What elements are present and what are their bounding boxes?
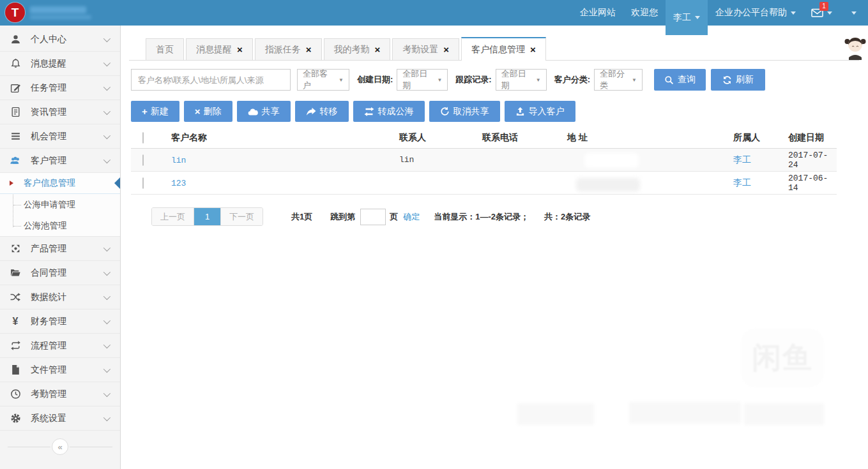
chevron-down-icon (791, 11, 796, 15)
tab-customer-info[interactable]: 客户信息管理 × (461, 37, 546, 61)
page-1-button[interactable]: 1 (194, 208, 221, 225)
topmenu-help[interactable]: 企业办公平台帮助 (708, 0, 803, 26)
undo-icon (440, 107, 450, 116)
page-jump-input[interactable] (360, 209, 386, 225)
topmenu-more[interactable] (840, 0, 864, 26)
sidebar-subitem-sea-pool[interactable]: 公海池管理 (0, 215, 120, 236)
customer-table: 客户名称 联系人 联系电话 地 址 所属人 创建日期 lin lin 李工 20… (131, 128, 837, 195)
new-button[interactable]: + 新建 (131, 101, 179, 122)
col-header-phone: 联系电话 (473, 132, 556, 144)
faded-artifact (517, 403, 594, 425)
action-button-row: + 新建 × 删除 共享 转移 转成公海 取消共享 导入客户 (131, 101, 580, 122)
bell-icon (9, 58, 22, 69)
created-cell: 2017-07-24 (780, 151, 837, 170)
logo-letter: T (11, 6, 19, 20)
avatar[interactable] (843, 31, 867, 60)
mail-badge: 1 (819, 2, 828, 11)
query-button[interactable]: 查询 (654, 69, 706, 91)
chevron-down-icon (827, 11, 832, 15)
owner-link[interactable]: 李工 (733, 177, 751, 188)
plus-icon: + (142, 107, 148, 116)
customer-category-label: 客户分类: (554, 74, 590, 86)
chevron-down-icon (103, 59, 110, 66)
select-all-checkbox[interactable] (142, 132, 144, 144)
collapse-sidebar-button[interactable]: « (52, 438, 68, 455)
created-date-label: 创建日期: (357, 74, 393, 86)
topbar: T 企业网站 欢迎您 李工 企业办公平台帮助 1 (0, 0, 868, 26)
transfer-button[interactable]: 转移 (295, 101, 349, 122)
chevron-down-icon (103, 413, 110, 421)
track-record-select[interactable]: 全部日期▼ (496, 69, 547, 91)
row-checkbox[interactable] (142, 177, 144, 189)
chevron-down-icon (103, 156, 110, 163)
sidebar-item-customer[interactable]: 客户管理 (0, 149, 120, 173)
delete-button[interactable]: × 删除 (184, 101, 232, 122)
topmenu-site[interactable]: 企业网站 (572, 0, 623, 26)
total-records-info: 共：2条记录 (544, 211, 590, 223)
sidebar: 个人中心 消息提醒 任务管理 资讯管理 机会管理 客户管理 客户信息管理 (0, 26, 121, 469)
topmenu-user[interactable]: 李工 (666, 0, 708, 35)
chevron-down-icon: ▼ (339, 77, 344, 83)
customer-name-link[interactable]: 123 (171, 179, 186, 188)
table-header-row: 客户名称 联系人 联系电话 地 址 所属人 创建日期 (131, 128, 837, 149)
tab-home[interactable]: 首页 (146, 38, 184, 60)
tab-my-attendance[interactable]: 我的考勤 × (324, 38, 391, 60)
refresh-button[interactable]: 刷新 (711, 69, 765, 91)
tab-assigned-task[interactable]: 指派任务 × (255, 38, 322, 60)
confirm-jump-link[interactable]: 确定 (403, 211, 420, 223)
next-page-button[interactable]: 下一页 (221, 208, 263, 225)
customer-category-select[interactable]: 全部分类▼ (594, 69, 643, 91)
convert-to-sea-button[interactable]: 转成公海 (353, 101, 425, 122)
customer-type-select[interactable]: 全部客户▼ (297, 69, 349, 91)
sidebar-item-process[interactable]: 流程管理 (0, 334, 120, 358)
close-icon[interactable]: × (530, 45, 536, 54)
sidebar-subitem-sea-apply[interactable]: 公海申请管理 (0, 194, 120, 215)
sidebar-item-contract[interactable]: 合同管理 (0, 261, 120, 285)
topmenu-mail[interactable]: 1 (803, 0, 840, 26)
users-icon (9, 155, 22, 166)
sidebar-item-news[interactable]: 资讯管理 (0, 100, 120, 124)
chevron-down-icon (103, 341, 110, 348)
customer-name-link[interactable]: lin (171, 156, 186, 165)
chevron-down-icon: ▼ (536, 77, 541, 83)
topbar-menu: 企业网站 欢迎您 李工 企业办公平台帮助 1 (572, 0, 864, 26)
sidebar-item-personal[interactable]: 个人中心 (0, 27, 120, 52)
sidebar-item-file[interactable]: 文件管理 (0, 358, 120, 382)
prev-page-button[interactable]: 上一页 (152, 208, 194, 225)
sidebar-item-finance[interactable]: ¥ 财务管理 (0, 309, 120, 334)
sidebar-item-statistics[interactable]: 数据统计 (0, 285, 120, 309)
user-icon (9, 34, 22, 45)
upload-icon (515, 107, 525, 116)
sidebar-item-attendance[interactable]: 考勤管理 (0, 382, 120, 406)
owner-link[interactable]: 李工 (733, 154, 751, 165)
file-icon (9, 364, 22, 375)
share-button[interactable]: 共享 (237, 101, 291, 122)
jump-suffix-label: 页 (390, 211, 398, 223)
sidebar-item-product[interactable]: 产品管理 (0, 237, 120, 261)
close-icon[interactable]: × (306, 45, 312, 54)
close-icon[interactable]: × (375, 45, 381, 54)
close-icon[interactable]: × (237, 45, 243, 54)
tab-attendance-settings[interactable]: 考勤设置 × (392, 38, 459, 60)
sidebar-item-message[interactable]: 消息提醒 (0, 52, 120, 76)
sidebar-item-settings[interactable]: 系统设置 (0, 406, 120, 431)
search-input[interactable] (131, 69, 291, 91)
import-customer-button[interactable]: 导入客户 (505, 101, 575, 122)
brand: T (5, 3, 91, 22)
app-logo[interactable]: T (5, 3, 25, 22)
col-header-contact: 联系人 (383, 132, 473, 144)
sidebar-item-task[interactable]: 任务管理 (0, 76, 120, 100)
pagination: 上一页 1 下一页 共1页 跳到第 页 确定 当前显示：1—-2条记录； 共：2… (151, 207, 590, 226)
topmenu-welcome[interactable]: 欢迎您 (623, 0, 666, 26)
row-checkbox[interactable] (142, 154, 144, 166)
chevron-down-icon: ▼ (632, 77, 637, 83)
tab-message[interactable]: 消息提醒 × (186, 38, 253, 60)
gear-icon (9, 413, 22, 424)
chevron-down-icon (103, 268, 110, 275)
created-date-select[interactable]: 全部日期▼ (397, 69, 448, 91)
close-icon[interactable]: × (443, 45, 449, 54)
sidebar-subitem-customer-info[interactable]: 客户信息管理 (0, 173, 120, 194)
cancel-share-button[interactable]: 取消共享 (429, 101, 500, 122)
display-info: 当前显示：1—-2条记录； (434, 211, 529, 223)
sidebar-item-opportunity[interactable]: 机会管理 (0, 124, 120, 149)
